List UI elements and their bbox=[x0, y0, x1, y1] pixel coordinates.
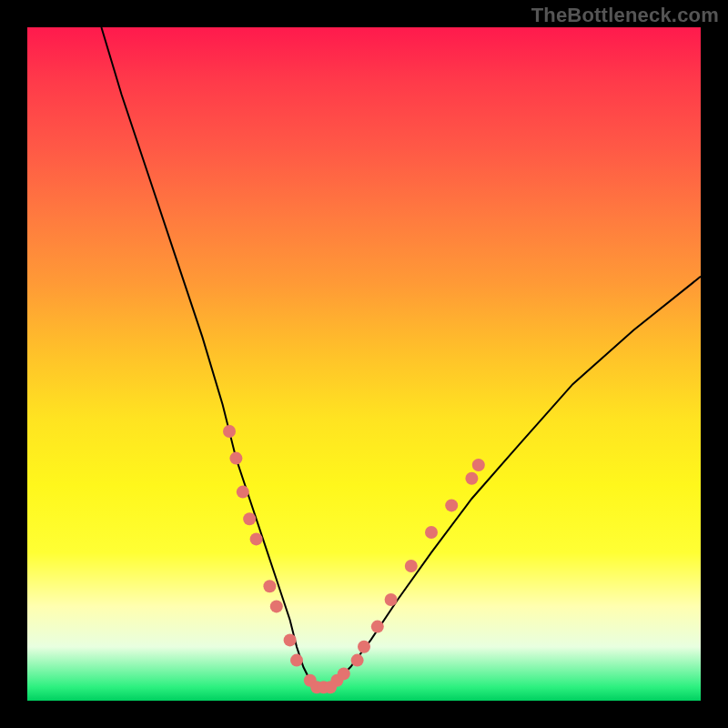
curve-marker bbox=[445, 499, 458, 511]
bottleneck-curve bbox=[101, 27, 701, 687]
curve-marker bbox=[223, 425, 236, 438]
curve-marker bbox=[229, 452, 242, 465]
curve-marker bbox=[472, 459, 485, 471]
curve-marker bbox=[371, 621, 384, 633]
curve-marker bbox=[237, 486, 249, 499]
curve-marker bbox=[338, 667, 350, 680]
curve-marker bbox=[465, 472, 478, 485]
curve-svg bbox=[27, 27, 701, 701]
marker-group bbox=[223, 425, 485, 693]
curve-marker bbox=[385, 593, 398, 606]
chart-frame: TheBottleneck.com bbox=[0, 0, 728, 728]
curve-marker bbox=[351, 654, 364, 667]
curve-marker bbox=[270, 600, 283, 612]
watermark-text: TheBottleneck.com bbox=[531, 4, 719, 27]
curve-marker bbox=[405, 560, 418, 572]
curve-marker bbox=[263, 580, 276, 592]
plot-area bbox=[27, 27, 701, 701]
curve-marker bbox=[290, 654, 303, 667]
curve-marker bbox=[250, 532, 263, 545]
curve-marker bbox=[425, 526, 438, 539]
curve-marker bbox=[358, 641, 370, 653]
curve-marker bbox=[243, 512, 256, 525]
curve-marker bbox=[284, 633, 297, 646]
